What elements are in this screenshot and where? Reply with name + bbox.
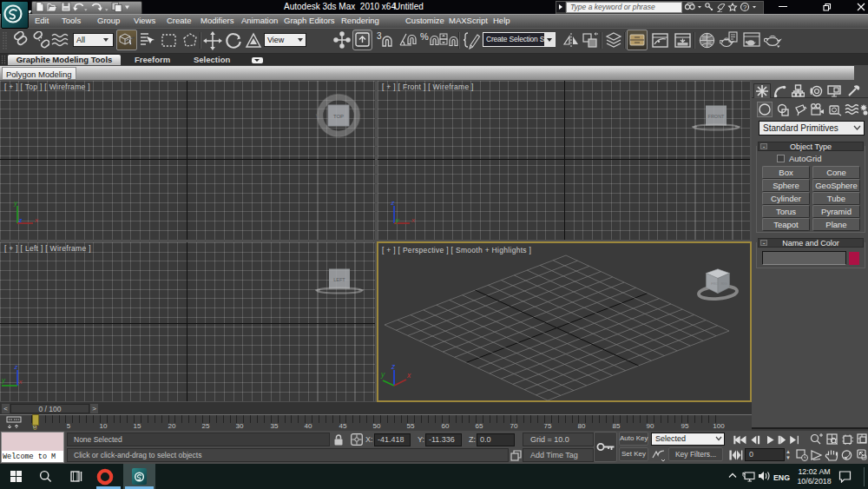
svg-text:y: y (1, 376, 6, 384)
svg-text:x: x (34, 216, 39, 224)
svg-text:N: N (336, 93, 340, 99)
svg-text:y: y (380, 370, 385, 379)
svg-text:LEFT: LEFT (333, 277, 345, 282)
svg-text:z: z (391, 200, 395, 207)
svg-text:TOP: TOP (333, 114, 344, 119)
svg-text:E: E (357, 113, 361, 119)
svg-text:y: y (13, 200, 18, 207)
svg-text:%: % (420, 31, 429, 42)
svg-text:x: x (406, 371, 411, 380)
svg-text:FRONT: FRONT (708, 114, 726, 119)
svg-text:x: x (18, 378, 23, 386)
svg-text:W: W (316, 113, 322, 119)
svg-text:RIG: RIG (721, 282, 727, 286)
svg-text:?: ? (743, 3, 747, 11)
svg-text:3: 3 (377, 31, 382, 41)
svg-text:z: z (14, 363, 18, 371)
svg-text:S: S (337, 133, 341, 139)
svg-text:z: z (391, 363, 396, 371)
svg-text:x: x (411, 216, 416, 224)
svg-text:FRO: FRO (711, 282, 718, 286)
svg-text:z: z (18, 216, 23, 224)
